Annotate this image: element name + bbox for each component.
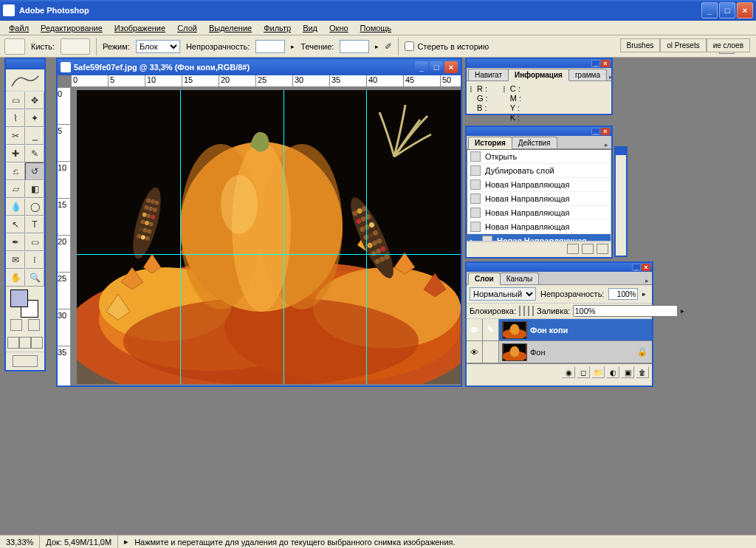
history-item[interactable]: Новая Направляющая xyxy=(467,220,611,234)
status-zoom[interactable]: 33,33% xyxy=(0,535,40,548)
panel-close-button[interactable]: × xyxy=(601,128,610,135)
panel-menu-icon[interactable]: ▸ xyxy=(606,73,616,81)
foreground-color[interactable] xyxy=(10,290,28,307)
tab-info[interactable]: Информация xyxy=(508,69,569,81)
guide-horizontal-1[interactable] xyxy=(77,254,461,255)
layer-set-icon[interactable]: 📁 xyxy=(591,366,605,378)
layer-opacity-input[interactable] xyxy=(608,288,638,300)
tool-gradient[interactable]: ◧ xyxy=(25,180,44,198)
visibility-icon[interactable]: 👁 xyxy=(467,341,483,363)
blend-mode-select[interactable]: Нормальный xyxy=(470,287,536,301)
tool-zoom[interactable]: 🔍 xyxy=(25,269,44,287)
tab-actions[interactable]: Действия xyxy=(512,137,557,148)
tool-heal[interactable]: ✚ xyxy=(6,145,25,162)
tool-wand[interactable]: ✦ xyxy=(25,109,44,127)
menu-select[interactable]: Выделение xyxy=(203,22,258,34)
horizontal-ruler[interactable]: 05101520253035404550 xyxy=(71,75,461,87)
panel-close-button[interactable]: × xyxy=(601,60,610,67)
tool-crop[interactable]: ✂ xyxy=(6,127,25,145)
maximize-button[interactable]: □ xyxy=(719,2,735,18)
guide-vertical-3[interactable] xyxy=(366,90,367,384)
history-item[interactable]: Дублировать слой xyxy=(467,164,611,178)
tool-brush[interactable]: ✎ xyxy=(25,145,44,162)
history-item[interactable]: ▸Новая Направляющая xyxy=(467,234,611,242)
tool-move[interactable]: ✥ xyxy=(25,92,44,109)
tool-pen[interactable]: ✒ xyxy=(6,233,25,251)
tab-layer-comps[interactable]: ие слоев xyxy=(707,38,750,52)
collapsed-palette-1[interactable] xyxy=(614,146,628,257)
status-menu-icon[interactable]: ▸ xyxy=(118,537,134,547)
tool-shape[interactable]: ▭ xyxy=(25,233,44,251)
delete-layer-icon[interactable]: 🗑 xyxy=(636,366,649,378)
panel-min-button[interactable]: _ xyxy=(632,264,641,271)
menu-help[interactable]: Помощь xyxy=(354,22,398,34)
tool-history-brush[interactable]: ↺ xyxy=(25,162,44,180)
layers-panel-titlebar[interactable]: _× xyxy=(467,263,652,272)
erase-history-checkbox[interactable]: Стереть в историю xyxy=(405,41,489,51)
tab-layers[interactable]: Слои xyxy=(468,273,501,285)
layer-row[interactable]: 👁 Фон 🔒 xyxy=(467,341,652,363)
tool-hand[interactable]: ✋ xyxy=(6,269,25,287)
minimize-button[interactable]: _ xyxy=(701,2,718,18)
toolbox-titlebar[interactable] xyxy=(6,59,44,69)
tool-notes[interactable]: ✉ xyxy=(6,251,25,269)
canvas[interactable] xyxy=(77,90,461,384)
guide-vertical-1[interactable] xyxy=(180,90,181,384)
vertical-ruler[interactable]: 05101520253035 xyxy=(58,87,71,386)
panel-min-button[interactable]: _ xyxy=(591,60,600,67)
new-state-icon[interactable] xyxy=(582,244,594,254)
screen-standard[interactable] xyxy=(7,337,19,349)
menu-image[interactable]: Изображение xyxy=(109,22,171,34)
history-item[interactable]: Открыть xyxy=(467,150,611,164)
opacity-input[interactable] xyxy=(255,40,285,53)
guide-vertical-2[interactable] xyxy=(284,90,284,384)
link-icon[interactable]: ✎ xyxy=(483,319,499,340)
layer-thumbnail[interactable] xyxy=(502,343,527,361)
tool-lasso[interactable]: ⌇ xyxy=(6,109,25,127)
imageready-jump[interactable] xyxy=(6,352,44,370)
tool-eyedropper[interactable]: ⁞ xyxy=(25,251,44,269)
brush-picker[interactable] xyxy=(61,38,90,55)
layer-fill-input[interactable] xyxy=(573,305,678,317)
tab-histogram[interactable]: грамма xyxy=(568,69,607,81)
menu-window[interactable]: Окно xyxy=(323,22,354,34)
tool-path[interactable]: ↖ xyxy=(6,216,25,233)
canvas-area[interactable] xyxy=(71,87,461,386)
tool-eraser[interactable]: ▱ xyxy=(6,180,25,198)
tool-blur[interactable]: 💧 xyxy=(6,198,25,216)
document-titlebar[interactable]: 5afe59fe07ef.jpg @ 33,3% (Фон копи,RGB/8… xyxy=(58,59,461,75)
visibility-icon[interactable]: 👁 xyxy=(467,319,483,340)
doc-maximize-button[interactable]: □ xyxy=(430,61,443,73)
layer-thumbnail[interactable] xyxy=(502,321,527,339)
flow-input[interactable] xyxy=(340,40,369,53)
doc-minimize-button[interactable]: _ xyxy=(415,61,428,73)
lock-all-icon[interactable] xyxy=(532,306,534,316)
layer-style-icon[interactable]: ◉ xyxy=(562,366,575,378)
lock-image-icon[interactable] xyxy=(523,306,525,316)
history-item[interactable]: Новая Направляющая xyxy=(467,206,611,220)
tool-type[interactable]: T xyxy=(25,216,44,233)
menu-filter[interactable]: Фильтр xyxy=(258,22,297,34)
tool-slice[interactable]: ⎯ xyxy=(25,127,44,145)
close-button[interactable]: × xyxy=(737,2,753,18)
lock-position-icon[interactable] xyxy=(528,306,529,316)
layer-row[interactable]: 👁 ✎ Фон копи xyxy=(467,319,652,341)
link-icon[interactable] xyxy=(483,341,499,363)
current-tool-icon[interactable] xyxy=(4,38,25,55)
adjustment-layer-icon[interactable]: ◐ xyxy=(606,366,619,378)
new-layer-icon[interactable]: ▣ xyxy=(621,366,634,378)
status-doc-size[interactable]: Док: 5,49M/11,0M xyxy=(40,535,118,548)
panel-menu-icon[interactable]: ▸ xyxy=(602,141,611,148)
menu-view[interactable]: Вид xyxy=(297,22,323,34)
tab-navigator[interactable]: Навигат xyxy=(468,69,509,81)
trash-icon[interactable] xyxy=(597,244,608,254)
tab-brushes[interactable]: Brushes xyxy=(620,38,661,52)
screen-full[interactable] xyxy=(31,337,43,349)
panel-min-button[interactable]: _ xyxy=(591,128,600,135)
menu-layer[interactable]: Слой xyxy=(171,22,203,34)
doc-close-button[interactable]: × xyxy=(444,61,458,73)
mode-select[interactable]: Блок xyxy=(136,40,180,53)
layer-mask-icon[interactable]: ◻ xyxy=(577,366,590,378)
panel-close-button[interactable]: × xyxy=(642,264,650,271)
snapshot-icon[interactable] xyxy=(567,244,579,254)
